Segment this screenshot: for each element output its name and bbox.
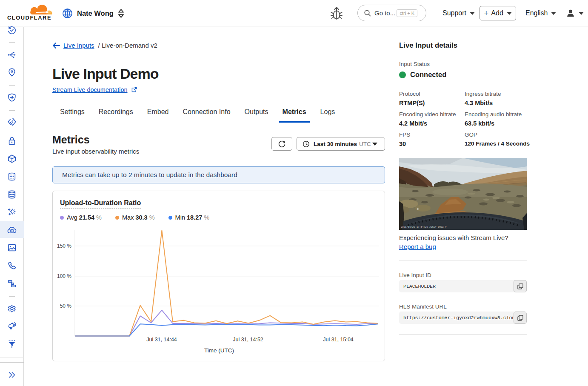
svg-text:Jul 31, 15:04: Jul 31, 15:04 (323, 337, 354, 343)
svg-text:CLOUDFLARE: CLOUDFLARE (7, 15, 51, 21)
svg-text:Jul 31, 14:44: Jul 31, 14:44 (146, 337, 177, 343)
svg-text:100 %: 100 % (57, 273, 71, 279)
svg-text:Jul 31, 14:52: Jul 31, 14:52 (233, 337, 263, 343)
svg-text:50 %: 50 % (60, 303, 72, 309)
svg-text:2021/10/20 17:54:29 AUKEY DROZ: 2021/10/20 17:54:29 AUKEY DROZ P (401, 226, 447, 229)
svg-text:150 %: 150 % (57, 243, 71, 249)
svg-text:Time (UTC): Time (UTC) (204, 347, 234, 354)
